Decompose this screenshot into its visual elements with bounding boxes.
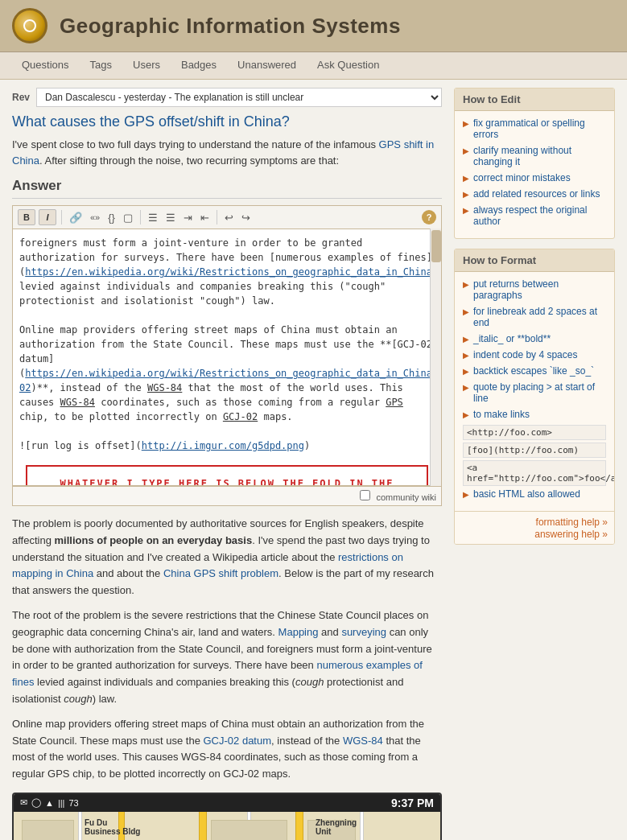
editor-line-4: Online map providers offering street map… [19,323,435,366]
site-header: Geographic Information Systems [0,0,627,52]
road-sm-2 [78,812,82,840]
editor-line-2: (https://en.wikipedia.org/wiki/Restricti… [19,265,435,279]
map-status-bar: ✉ ◯ ▲ ||| 73 9:37 PM [14,794,440,812]
site-title: Geographic Information Systems [60,14,401,39]
toolbar-ol-icon[interactable]: ☰ [146,210,160,225]
toolbar-code-icon[interactable]: {} [105,210,118,225]
arrow-fmt-2: ▶ [463,307,469,316]
post-content: The problem is poorly documented by auth… [12,516,442,783]
editor-gcj02: GCJ-02 [223,411,258,422]
toolbar-sep-2 [140,210,141,224]
toolbar-ul-icon[interactable]: ☰ [163,210,178,225]
edit-item-4: ▶ add related resources or links [463,188,606,200]
formatting-help-link[interactable]: formatting help » [536,517,608,528]
format-text-5: backtick escapes `like _so_` [473,365,594,377]
nav-unanswered[interactable]: Unanswered [228,52,306,79]
format-text-6: quote by placing > at start of line [473,381,606,404]
gps-shift-link[interactable]: GPS shift in China [12,138,434,167]
edit-item-3: ▶ correct minor mistakes [463,172,606,183]
how-to-edit-title: How to Edit [455,89,614,111]
format-item-6: ▶ quote by placing > at start of line [463,381,606,404]
format-extra: ▶ basic HTML also allowed [463,488,606,500]
edit-item-text-2[interactable]: clarify meaning without changing it [473,145,606,167]
toolbar-link-icon[interactable]: 🔗 [67,210,85,225]
toolbar-indent-icon[interactable]: ⇥ [181,210,195,225]
how-to-format-content: ▶ put returns between paragraphs ▶ for l… [455,272,614,511]
nav-users[interactable]: Users [123,52,170,79]
arrow-fmt-1: ▶ [463,280,469,289]
arrow-fmt-7: ▶ [463,410,469,419]
post-paragraph-3: Online map providers offering street map… [12,716,442,783]
toolbar-image-icon[interactable]: ▢ [121,210,135,225]
toolbar-quote-icon[interactable]: «» [88,211,102,224]
arrow-fmt-extra: ▶ [463,490,469,499]
main-layout: Rev Dan Dascalescu - yesterday - The exp… [0,80,627,840]
arrow-icon-3: ▶ [463,174,469,183]
toolbar-bold[interactable]: B [18,209,35,225]
site-nav: Questions Tags Users Badges Unanswered A… [0,52,627,80]
code-example-3: <a href="http://foo.com">foo</a> [463,460,606,486]
road-v1 [199,812,207,840]
edit-item-5: ▶ always respect the original author [463,204,606,227]
china-gps-link[interactable]: China GPS shift problem [163,567,278,579]
toolbar-outdent-icon[interactable]: ⇤ [198,210,212,225]
editor-scrollbar[interactable] [430,229,441,486]
community-wiki-row: community wiki [12,487,442,506]
editor-line-6: ![run log is offset](http://i.imgur.com/… [19,439,435,453]
arrow-icon-5: ▶ [463,206,469,215]
mapping-link[interactable]: Mapping [278,626,319,638]
nav-badges[interactable]: Badges [171,52,226,79]
map-block-1 [22,820,74,840]
toolbar-help-button[interactable]: ? [422,210,436,224]
map-label-zhengning: ZhengningUnit [316,818,357,836]
fines-link[interactable]: numerous examples of fines [12,659,423,688]
code-example-2: [foo](http://foo.com) [463,443,606,458]
answering-help-link[interactable]: answering help » [534,529,608,540]
nav-ask-question[interactable]: Ask Question [307,52,389,79]
sidebar: How to Edit ▶ fix grammatical or spellin… [454,88,615,840]
format-item-7: ▶ to make links [463,409,606,420]
format-item-5: ▶ backtick escapes `like _so_` [463,365,606,377]
gcj02-link[interactable]: GCJ-02 datum [204,735,272,747]
nav-tags[interactable]: Tags [80,52,122,79]
edit-item-text-1[interactable]: fix grammatical or spelling errors [473,117,606,140]
edit-item-text-4[interactable]: add related resources or links [473,188,600,200]
wgs84-link[interactable]: WGS-84 [343,735,383,747]
editor-wiki-link-1[interactable]: https://en.wikipedia.org/wiki/Restrictio… [25,266,441,278]
arrow-icon-4: ▶ [463,190,469,199]
format-text-1: put returns between paragraphs [473,278,606,301]
rev-select[interactable]: Dan Dascalescu - yesterday - The explana… [36,88,442,107]
toolbar-undo-icon[interactable]: ↩ [222,210,236,225]
question-title: What causes the GPS offset/shift in Chin… [12,113,442,130]
arrow-fmt-4: ▶ [463,351,469,360]
editor-wgs84: WGS-84 [147,382,182,393]
editor-wgs84-2: WGS-84 [60,397,95,408]
toolbar-italic[interactable]: I [39,209,56,225]
map-body: Fu DuBusiness Bldg Zhao Yi Bldg Zhengnin… [14,812,440,840]
format-item-2: ▶ for linebreak add 2 spaces at end [463,306,606,328]
format-text-4: indent code by 4 spaces [473,349,577,360]
surveying-link[interactable]: surveying [341,626,386,638]
editor-wiki-link-2[interactable]: https://en.wikipedia.org/wiki/Restrictio… [19,368,441,393]
answer-heading: Answer [12,178,442,199]
format-item-3: ▶ _italic_ or **bold** [463,333,606,344]
format-text-7: to make links [473,409,530,420]
toolbar-redo-icon[interactable]: ↪ [239,210,253,225]
nav-questions[interactable]: Questions [12,52,79,79]
map-battery-level: 73 [68,798,78,808]
map-gps-icon: ▲ [45,798,54,808]
how-to-format-box: How to Format ▶ put returns between para… [454,249,615,545]
code-example-1: <http://foo.com> [463,425,606,440]
arrow-fmt-3: ▶ [463,335,469,344]
edit-item-text-3[interactable]: correct minor mistakes [473,172,571,183]
arrow-icon-1: ▶ [463,119,469,128]
sidebar-links-row: formatting help » answering help » [455,511,614,544]
how-to-edit-content: ▶ fix grammatical or spelling errors ▶ c… [455,111,614,238]
map-wifi-icon: ◯ [31,797,41,808]
community-wiki-checkbox[interactable] [360,490,370,500]
road-sm-4 [360,812,364,840]
editor-gps: GPS [386,397,403,408]
editor-img-link[interactable]: http://i.imgur.com/g5dpd.png [142,440,304,451]
how-to-edit-box: How to Edit ▶ fix grammatical or spellin… [454,88,615,239]
edit-item-text-5[interactable]: always respect the original author [473,204,606,227]
